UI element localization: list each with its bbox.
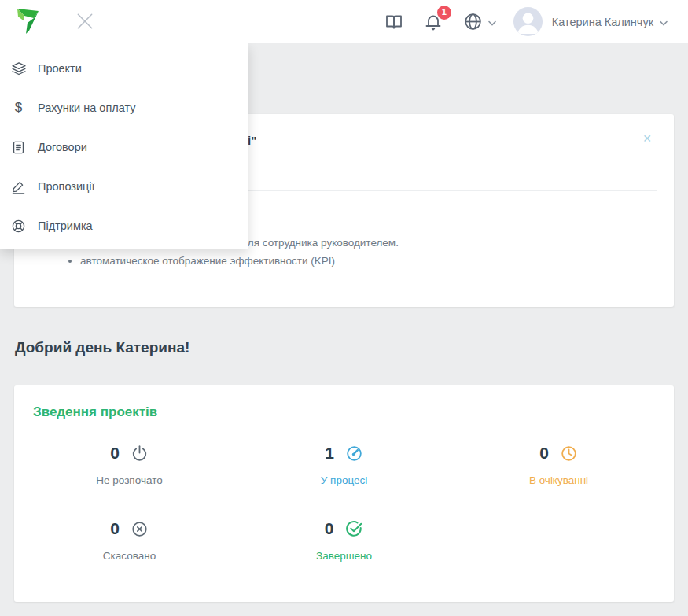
app-logo[interactable] xyxy=(16,8,39,35)
greeting-heading: Добрий день Катерина! xyxy=(15,339,189,356)
stat-value: 0 xyxy=(325,519,334,538)
stat-label: Завершено xyxy=(237,550,451,562)
stat-label: У процесі xyxy=(237,474,451,486)
menu-item-invoices[interactable]: $ Рахунки на оплату xyxy=(0,88,248,127)
chevron-down-icon xyxy=(488,15,496,29)
menu-item-support[interactable]: Підтримка xyxy=(0,206,248,245)
stats-grid: 0 Не розпочато 1 xyxy=(22,442,666,562)
user-name: Катерина Калинчук xyxy=(552,16,653,28)
cancel-circle-icon xyxy=(131,520,149,538)
dollar-icon: $ xyxy=(10,100,27,116)
summary-title: Зведення проектів xyxy=(33,404,157,420)
gauge-icon xyxy=(345,444,363,463)
stat-label: Скасовано xyxy=(22,550,237,562)
stat-value: 1 xyxy=(325,444,334,463)
notification-title-fragment: і" xyxy=(248,134,256,147)
menu-item-label: Пропозиції xyxy=(38,180,95,193)
stat-label: В очікуванні xyxy=(451,474,666,486)
pencil-icon xyxy=(10,179,27,195)
menu-item-proposals[interactable]: Пропозиції xyxy=(0,167,248,206)
stat-label: Не розпочато xyxy=(22,474,237,486)
menu-close-icon[interactable] xyxy=(74,10,96,32)
main-dropdown-menu: Проекти $ Рахунки на оплату Договори Про… xyxy=(0,43,248,249)
top-header: 1 Катерина Калинчук xyxy=(0,0,688,43)
support-lifebuoy-icon xyxy=(10,218,27,234)
person-icon xyxy=(513,7,543,36)
bullet-item: автоматическое отображение эффективности… xyxy=(80,252,399,270)
power-icon xyxy=(131,444,149,463)
stat-value: 0 xyxy=(110,519,120,538)
document-icon xyxy=(10,139,27,156)
stat-empty-cell xyxy=(451,518,666,562)
notifications-bell-icon[interactable]: 1 xyxy=(424,13,443,31)
menu-item-contracts[interactable]: Договори xyxy=(0,127,248,167)
stat-pending: 0 В очікуванні xyxy=(451,442,666,486)
chevron-down-icon xyxy=(660,15,668,29)
stat-value: 0 xyxy=(110,444,120,463)
docs-book-icon[interactable] xyxy=(384,13,403,31)
projects-summary-card: Зведення проектів 0 Не розпочато 1 xyxy=(14,385,674,602)
menu-item-label: Договори xyxy=(38,141,87,153)
avatar xyxy=(513,7,543,36)
stat-not-started: 0 Не розпочато xyxy=(22,442,237,486)
notification-badge: 1 xyxy=(437,6,451,20)
menu-item-projects[interactable]: Проекти xyxy=(0,49,248,88)
menu-item-label: Рахунки на оплату xyxy=(38,101,136,114)
stat-cancelled: 0 Скасовано xyxy=(22,518,237,562)
check-circle-icon xyxy=(344,519,363,538)
language-globe-icon[interactable] xyxy=(463,12,496,31)
logo-7-icon xyxy=(16,8,39,35)
layers-icon xyxy=(10,61,27,77)
notification-close-icon[interactable]: ✕ xyxy=(642,133,652,144)
menu-item-label: Підтримка xyxy=(38,219,93,232)
clock-icon xyxy=(560,444,578,463)
user-menu[interactable]: Катерина Калинчук xyxy=(513,7,668,36)
menu-item-label: Проекти xyxy=(38,62,82,75)
stat-in-progress: 1 У процесі xyxy=(237,442,451,486)
stat-value: 0 xyxy=(539,444,549,463)
stat-completed: 0 Завершено xyxy=(237,518,451,562)
